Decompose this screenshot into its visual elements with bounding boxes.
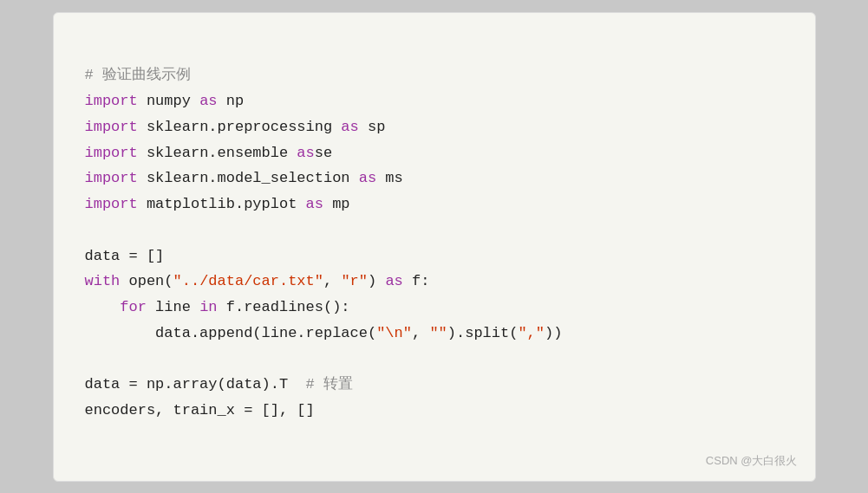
line-with-as: as — [385, 273, 402, 289]
line-import5-kw: import — [85, 196, 138, 212]
line-for-kw: for — [120, 299, 147, 315]
line-with-kw: with — [85, 273, 121, 289]
line-import3-as: as — [297, 145, 314, 161]
line-append-str1: "\n" — [376, 325, 412, 341]
line-data-T-cmt: # 转置 — [306, 376, 353, 392]
line-import3-alias: se — [315, 145, 332, 161]
line-with-str2: "r" — [341, 273, 368, 289]
line-import1-body: numpy — [138, 93, 199, 109]
line-import2-body: sklearn.preprocessing — [138, 119, 342, 135]
line-import1-kw: import — [85, 93, 138, 109]
line-import5-body: matplotlib.pyplot — [138, 196, 306, 212]
line-import3-kw: import — [85, 145, 138, 161]
line-import4-alias: ms — [376, 170, 403, 186]
line-import2-as: as — [341, 119, 358, 135]
line-import3-body: sklearn.ensemble — [138, 145, 297, 161]
line-import1-as: as — [199, 93, 217, 109]
line-with-close: ) — [368, 273, 385, 289]
line-import2-alias: sp — [359, 119, 386, 135]
line-import4-kw: import — [85, 170, 138, 186]
code-block: # 验证曲线示例 import numpy as np import sklea… — [85, 37, 784, 450]
line-append-end: ).split( — [447, 325, 519, 341]
watermark: CSDN @大白很火 — [706, 453, 798, 469]
line-for-in: in — [199, 299, 217, 315]
line-append-str2: "" — [429, 325, 447, 341]
line-import4-body: sklearn.model_selection — [138, 170, 359, 186]
line-import5-alias: mp — [323, 196, 350, 212]
line-append-close: )) — [545, 325, 562, 341]
code-card: # 验证曲线示例 import numpy as np import sklea… — [53, 12, 816, 482]
line-with-open: open( — [120, 273, 173, 289]
line-import5-as: as — [306, 196, 323, 212]
line-with-f: f: — [403, 273, 430, 289]
line-import1-alias: np — [218, 93, 245, 109]
line-for-call: f.readlines(): — [218, 299, 350, 315]
line-data-init: data = [] — [85, 248, 165, 264]
line-with-str1: "../data/car.txt" — [173, 273, 323, 289]
line-import2-kw: import — [85, 119, 138, 135]
line-with-comma: , — [323, 273, 341, 289]
line-data-T-start: data = np.array(data).T — [85, 376, 306, 392]
line-import4-as: as — [359, 170, 376, 186]
line-for-var: line — [147, 299, 199, 315]
line-comment: # 验证曲线示例 — [85, 67, 191, 83]
line-append-str3: "," — [518, 325, 545, 341]
line-append: data.append(line.replace( — [85, 325, 377, 341]
line-append-mid: , — [412, 325, 429, 341]
line-encoders: encoders, train_x = [], [] — [85, 402, 315, 418]
line-for-indent — [85, 299, 121, 315]
